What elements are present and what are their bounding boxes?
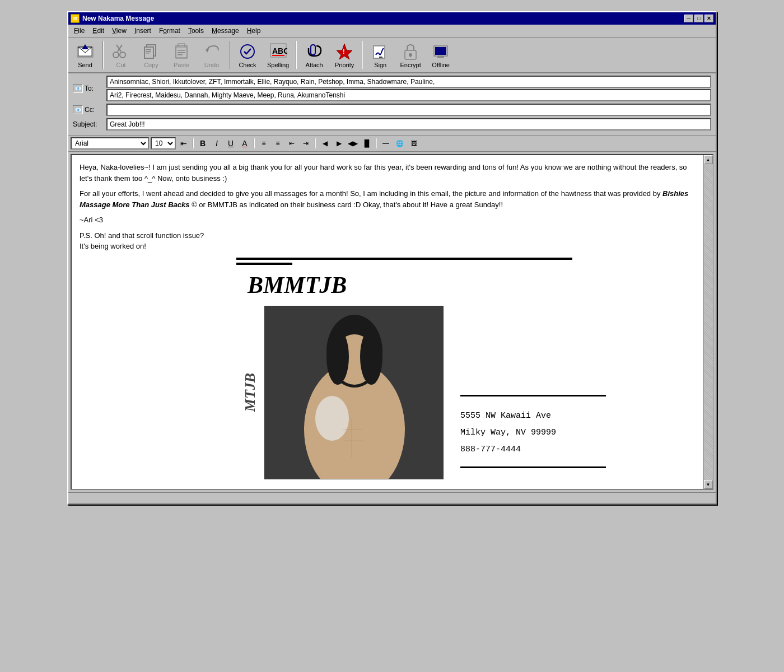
- fields-area: 📧 To: 📧 Cc: Subject:: [68, 73, 716, 136]
- underline-button[interactable]: U: [225, 137, 237, 150]
- menu-message[interactable]: Message: [208, 26, 242, 36]
- to-input-line2[interactable]: [106, 89, 711, 101]
- subject-label: Subject:: [73, 120, 106, 128]
- copy-label: Copy: [144, 62, 158, 68]
- biz-top-lines: [236, 258, 696, 265]
- sign-button[interactable]: Sign: [366, 39, 395, 71]
- unordered-list-button[interactable]: ≡: [258, 137, 270, 150]
- ps-line1: P.S. Oh! and that scroll function issue?: [80, 230, 696, 241]
- svg-rect-17: [178, 52, 185, 53]
- bold-button[interactable]: B: [197, 137, 209, 150]
- fmt-sep-1: [193, 138, 194, 148]
- horizontal-rule-button[interactable]: —: [380, 137, 392, 150]
- menu-file[interactable]: File: [71, 26, 88, 36]
- copy-icon: [141, 41, 161, 61]
- font-select[interactable]: Arial: [71, 137, 149, 150]
- close-button[interactable]: ✕: [704, 15, 713, 22]
- to-field-row: 📧 To:: [73, 76, 711, 101]
- paragraph-1: Heya, Naka-lovelies~! I am just sending …: [80, 162, 696, 184]
- undo-button[interactable]: Undo: [197, 39, 226, 71]
- align-right-button[interactable]: ◀▶: [347, 137, 359, 150]
- encrypt-icon: [400, 41, 421, 61]
- decrease-indent-button[interactable]: ⇤: [286, 137, 298, 150]
- check-label: Check: [239, 62, 256, 68]
- to-label: 📧 To:: [73, 84, 106, 93]
- maximize-button[interactable]: □: [694, 15, 703, 22]
- paragraph-2: For all your efforts, I went ahead and d…: [80, 188, 696, 210]
- paste-label: Paste: [174, 62, 189, 68]
- indent-decrease-button[interactable]: ⇤: [178, 137, 190, 150]
- toolbar-sep-1: [102, 41, 104, 69]
- menu-edit[interactable]: Edit: [89, 26, 108, 36]
- signature: ~Ari <3: [80, 214, 696, 226]
- svg-point-41: [360, 329, 382, 385]
- send-label: Send: [78, 62, 92, 68]
- biz-logo: BMMTJB: [248, 268, 696, 303]
- address-line1: 5555 NW Kawaii Ave: [460, 408, 606, 424]
- scroll-up-button[interactable]: ▲: [704, 155, 713, 164]
- subject-input[interactable]: [106, 118, 711, 130]
- send-icon: [75, 41, 95, 61]
- scroll-track[interactable]: [704, 164, 713, 480]
- to-input-line1[interactable]: [106, 76, 711, 88]
- cc-label: 📧 Cc:: [73, 105, 106, 114]
- status-bar: [68, 492, 716, 503]
- body-area: Heya, Naka-lovelies~! I am just sending …: [71, 154, 713, 490]
- svg-text:!: !: [343, 48, 345, 55]
- svg-text:ABC: ABC: [272, 46, 287, 55]
- cut-button[interactable]: Cut: [106, 39, 136, 71]
- menu-view[interactable]: View: [109, 26, 130, 36]
- scroll-down-button[interactable]: ▼: [704, 480, 713, 489]
- increase-indent-button[interactable]: ⇥: [300, 137, 312, 150]
- scrollbar[interactable]: ▲ ▼: [703, 155, 712, 489]
- ordered-list-button[interactable]: ≡: [272, 137, 284, 150]
- offline-icon: [431, 41, 451, 61]
- cc-field-row: 📧 Cc:: [73, 104, 711, 116]
- fmt-sep-2: [254, 138, 255, 148]
- align-center-button[interactable]: ▶: [333, 137, 345, 150]
- menu-tools[interactable]: Tools: [185, 26, 207, 36]
- cut-icon: [111, 41, 131, 61]
- spelling-icon: ABC: [268, 41, 288, 61]
- menu-insert[interactable]: Insert: [131, 26, 155, 36]
- bottom-line: [460, 466, 606, 468]
- biz-side-area: MTJB: [236, 306, 264, 479]
- fmt-sep-4: [376, 138, 377, 148]
- minimize-button[interactable]: ─: [684, 15, 693, 22]
- copy-button[interactable]: Copy: [137, 39, 166, 71]
- priority-label: Priority: [335, 62, 354, 68]
- biz-card-body: MTJB: [236, 306, 696, 479]
- svg-marker-19: [206, 49, 209, 53]
- menu-help[interactable]: Help: [244, 26, 264, 36]
- svg-rect-16: [178, 50, 185, 51]
- title-bar: ✉ New Nakama Message ─ □ ✕: [68, 12, 716, 25]
- size-select[interactable]: 10: [151, 137, 176, 150]
- italic-button[interactable]: I: [211, 137, 223, 150]
- svg-rect-12: [146, 53, 150, 54]
- paste-button[interactable]: Paste: [167, 39, 196, 71]
- insert-image-button[interactable]: 🖼: [408, 137, 420, 150]
- insert-link-button[interactable]: 🌐: [394, 137, 406, 150]
- align-justify-button[interactable]: █: [361, 137, 373, 150]
- spelling-label: Spelling: [267, 62, 289, 68]
- check-button[interactable]: Check: [233, 39, 262, 71]
- svg-point-6: [113, 52, 119, 58]
- offline-button[interactable]: Offline: [426, 39, 455, 71]
- encrypt-button[interactable]: Encrypt: [396, 39, 425, 71]
- body-content[interactable]: Heya, Naka-lovelies~! I am just sending …: [72, 155, 703, 489]
- send-button[interactable]: Send: [71, 39, 100, 71]
- menu-format[interactable]: Format: [156, 26, 184, 36]
- attach-button[interactable]: Attach: [300, 39, 329, 71]
- biz-image: [264, 306, 444, 479]
- align-left-button[interactable]: ◀: [319, 137, 331, 150]
- attach-label: Attach: [306, 62, 323, 68]
- priority-button[interactable]: ! Priority: [330, 39, 359, 71]
- title-bar-left: ✉ New Nakama Message: [71, 14, 154, 23]
- biz-figure-svg: [265, 306, 444, 479]
- cc-input[interactable]: [106, 104, 711, 116]
- encrypt-label: Encrypt: [400, 62, 421, 68]
- spelling-button[interactable]: ABC Spelling: [263, 39, 293, 71]
- toolbar-sep-2: [229, 41, 230, 69]
- body-text: Heya, Naka-lovelies~! I am just sending …: [80, 162, 696, 252]
- font-color-button[interactable]: A: [239, 137, 251, 150]
